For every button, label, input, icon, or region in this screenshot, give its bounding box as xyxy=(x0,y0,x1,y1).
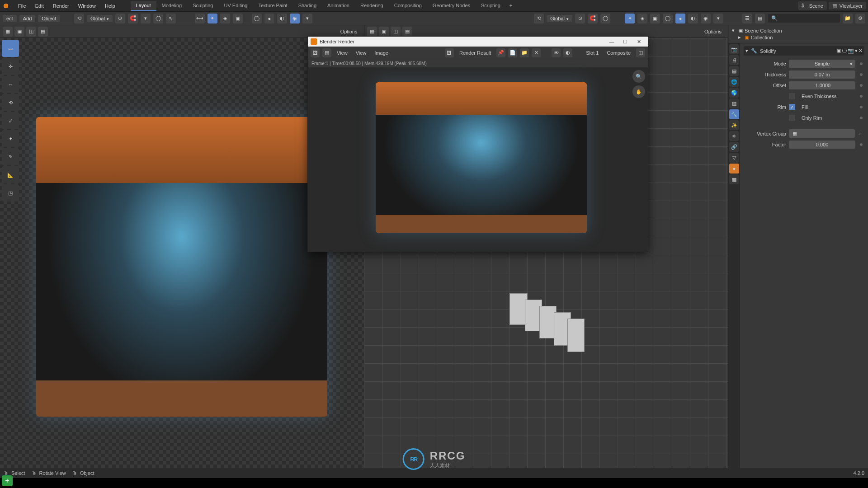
ws-tab-compositing[interactable]: Compositing xyxy=(389,1,427,11)
close-button[interactable]: ✕ xyxy=(632,38,645,46)
overlays-toggle[interactable]: ◈ xyxy=(220,14,230,23)
prop-tab-data[interactable]: ▽ xyxy=(729,153,739,163)
view-menu[interactable]: View xyxy=(334,49,350,56)
anim-dot-icon[interactable] xyxy=(860,84,863,87)
factor-field[interactable]: 0.000 xyxy=(789,141,855,149)
modifier-close-icon[interactable]: ✕ xyxy=(859,48,863,54)
outliner-collection[interactable]: ▸ ▣ Collection xyxy=(732,34,864,41)
gizmo-toggle[interactable]: ✦ xyxy=(208,14,217,23)
selectbox-icon-r[interactable]: ▦ xyxy=(367,27,377,37)
outliner-scene-collection[interactable]: ▾ ▣ Scene Collection xyxy=(732,27,864,34)
selectbox-icon3-r[interactable]: ◫ xyxy=(391,27,401,37)
stereo-icon[interactable]: 👁 xyxy=(552,48,561,57)
ws-tab-animation[interactable]: Animation xyxy=(322,1,355,11)
shading-solid-icon[interactable]: ● xyxy=(264,14,274,23)
offset-field[interactable]: -1.0000 xyxy=(789,81,855,89)
outliner-search-input[interactable]: 🔍 xyxy=(768,14,840,23)
tool-rotate[interactable]: ⟲ xyxy=(2,94,19,111)
add-workspace-button[interactable]: + xyxy=(506,1,516,11)
menu-render[interactable]: Render xyxy=(48,1,74,10)
display-channels-icon[interactable]: ◐ xyxy=(563,48,572,57)
ws-tab-layout[interactable]: Layout xyxy=(131,1,156,11)
prop-tab-viewlayer[interactable]: ▤ xyxy=(729,66,739,76)
vgroup-field[interactable]: ▦ xyxy=(789,129,855,138)
orientation-icon-r[interactable]: ⟲ xyxy=(534,14,544,23)
shading-matprev-r[interactable]: ◐ xyxy=(688,14,698,23)
toggle-sidebar-icon[interactable]: ◫ xyxy=(636,48,645,57)
orientation-dropdown[interactable]: Global xyxy=(87,15,113,22)
selectbox-icon2-r[interactable]: ▣ xyxy=(379,27,389,37)
ws-tab-texturepaint[interactable]: Texture Paint xyxy=(253,1,292,11)
minimize-button[interactable]: — xyxy=(605,38,618,46)
vp-right-options[interactable]: Options xyxy=(701,28,725,35)
tool-cursor[interactable]: ✛ xyxy=(2,58,19,75)
proportional-toggle-r[interactable]: ◯ xyxy=(600,14,610,23)
tool-addcube[interactable]: ◳ xyxy=(2,184,19,202)
anim-dot-icon[interactable] xyxy=(860,95,863,98)
anim-dot-icon[interactable] xyxy=(860,143,863,146)
snap-dropdown[interactable]: ▾ xyxy=(141,14,151,23)
prop-tab-object[interactable]: ▨ xyxy=(729,99,739,108)
pass-dropdown[interactable]: Composite xyxy=(604,49,633,56)
selectbox-icon2[interactable]: ▣ xyxy=(14,27,24,37)
vgroup-invert-icon[interactable]: ↔ xyxy=(858,131,863,136)
menu-help[interactable]: Help xyxy=(100,1,120,10)
even-thickness-checkbox[interactable] xyxy=(789,93,795,99)
modifier-display-render-icon[interactable]: 📷 xyxy=(848,48,854,54)
tool-scale[interactable]: ⤢ xyxy=(2,112,19,129)
editor-type-icon[interactable]: 🖼 xyxy=(311,48,320,57)
modifier-name-field[interactable]: Solidify xyxy=(760,48,776,54)
ws-tab-shading[interactable]: Shading xyxy=(293,1,322,11)
view-menu2[interactable]: View xyxy=(353,49,369,56)
add-menu[interactable]: Add xyxy=(19,15,36,22)
object-menu[interactable]: Object xyxy=(38,15,60,22)
render-canvas[interactable]: 🔍 ✋ xyxy=(308,67,648,252)
tool-measure[interactable]: 📐 xyxy=(2,166,19,183)
gizmo-toggle-r[interactable]: ✦ xyxy=(625,14,635,23)
outliner-filter-btn[interactable]: ⚙ xyxy=(855,14,865,23)
modifier-display-realtime-icon[interactable]: 🖵 xyxy=(842,48,847,54)
modifier-display-edit-icon[interactable]: ▣ xyxy=(836,48,841,54)
prop-tab-constraints[interactable]: 🔗 xyxy=(729,142,739,152)
ws-tab-modeling[interactable]: Modeling xyxy=(156,1,188,11)
image-icon[interactable]: 🖼 xyxy=(445,48,454,57)
ws-tab-scripting[interactable]: Scripting xyxy=(476,1,506,11)
outliner-display-icon[interactable]: ▤ xyxy=(755,14,765,23)
orientation-dropdown-r[interactable]: Global xyxy=(547,15,572,22)
new-icon[interactable]: 📄 xyxy=(508,48,517,57)
prop-tab-texture[interactable]: ▩ xyxy=(729,174,739,184)
maximize-button[interactable]: ☐ xyxy=(619,38,632,46)
shading-render-r[interactable]: ◉ xyxy=(701,14,711,23)
selectbox-icon4-r[interactable]: ▤ xyxy=(402,27,412,37)
open-icon[interactable]: 📁 xyxy=(520,48,529,57)
render-pan-icon[interactable]: ✋ xyxy=(632,85,645,98)
anim-dot-icon[interactable] xyxy=(860,106,863,108)
thickness-field[interactable]: 0.07 m xyxy=(789,70,855,79)
chevron-down-icon[interactable]: ▾ xyxy=(745,48,748,54)
tool-move[interactable]: ↔ xyxy=(2,76,19,93)
orientation-icon[interactable]: ⟲ xyxy=(74,14,84,23)
shading-matprev-icon[interactable]: ◐ xyxy=(277,14,287,23)
modifier-dropdown-icon[interactable]: ▾ xyxy=(855,48,858,54)
shading-wire-icon[interactable]: ◯ xyxy=(252,14,262,23)
selectbox-icon[interactable]: ▦ xyxy=(3,27,13,37)
outliner-new-coll-icon[interactable]: 📁 xyxy=(843,14,853,23)
pivot-dropdown[interactable]: ⊙ xyxy=(115,14,125,23)
overlays-toggle-r[interactable]: ◈ xyxy=(637,14,647,23)
vp-left-options[interactable]: Options xyxy=(337,28,361,35)
render-result-label[interactable]: Render Result xyxy=(457,49,494,56)
selectbox-icon3[interactable]: ◫ xyxy=(26,27,36,37)
anim-dot-icon[interactable] xyxy=(860,62,863,65)
prop-tab-render[interactable]: 📷 xyxy=(729,44,739,54)
prop-tab-modifiers[interactable]: 🔧 xyxy=(729,109,739,119)
image-menu[interactable]: Image xyxy=(372,49,391,56)
shading-render-icon[interactable]: ◉ xyxy=(290,14,300,23)
snap-toggle-r[interactable]: 🧲 xyxy=(588,14,598,23)
close-render-icon[interactable]: ✕ xyxy=(532,48,541,57)
render-zoom-icon[interactable]: 🔍 xyxy=(632,70,645,83)
pin-icon[interactable]: 📌 xyxy=(496,48,505,57)
prop-tab-particles[interactable]: ✨ xyxy=(729,120,739,130)
shading-wire-r[interactable]: ◯ xyxy=(663,14,673,23)
shading-dropdown-r[interactable]: ▾ xyxy=(713,14,723,23)
selectbox-icon4[interactable]: ▤ xyxy=(38,27,48,37)
